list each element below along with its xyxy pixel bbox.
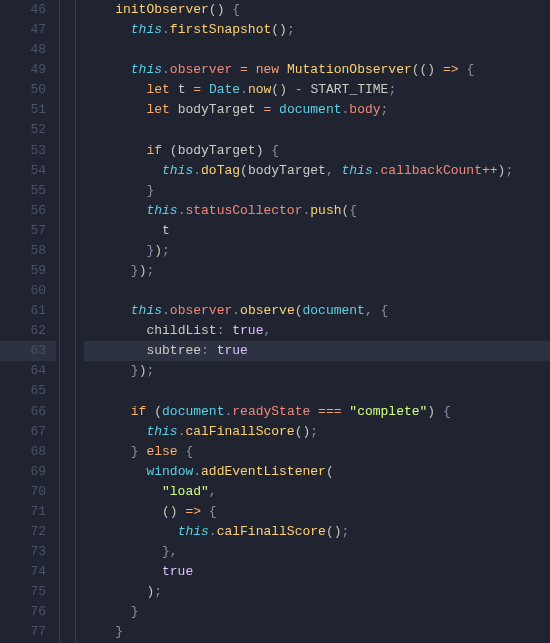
line-number: 66 <box>0 402 56 422</box>
line-number: 53 <box>0 141 56 161</box>
code-line[interactable]: this.calFinallScore(); <box>84 422 550 442</box>
code-line[interactable]: () => { <box>84 502 550 522</box>
line-number: 50 <box>0 80 56 100</box>
line-number: 56 <box>0 201 56 221</box>
code-line[interactable]: this.observer = new MutationObserver(() … <box>84 60 550 80</box>
line-number: 64 <box>0 361 56 381</box>
line-number: 65 <box>0 381 56 401</box>
line-number: 67 <box>0 422 56 442</box>
code-line[interactable]: let t = Date.now() - START_TIME; <box>84 80 550 100</box>
code-line[interactable]: let bodyTarget = document.body; <box>84 100 550 120</box>
code-line[interactable]: window.addEventListener( <box>84 462 550 482</box>
line-number: 57 <box>0 221 56 241</box>
line-number: 61 <box>0 301 56 321</box>
code-line[interactable]: this.calFinallScore(); <box>84 522 550 542</box>
line-number: 70 <box>0 482 56 502</box>
line-number: 49 <box>0 60 56 80</box>
code-line[interactable]: }); <box>84 261 550 281</box>
code-line[interactable]: true <box>84 562 550 582</box>
code-line[interactable]: }); <box>84 241 550 261</box>
code-line[interactable]: this.firstSnapshot(); <box>84 20 550 40</box>
code-line[interactable]: } else { <box>84 442 550 462</box>
line-number: 48 <box>0 40 56 60</box>
code-line[interactable]: this.doTag(bodyTarget, this.callbackCoun… <box>84 161 550 181</box>
code-line[interactable]: } <box>84 602 550 622</box>
line-number: 69 <box>0 462 56 482</box>
code-line[interactable]: t <box>84 221 550 241</box>
line-number: 46 <box>0 0 56 20</box>
code-line[interactable]: this.statusCollector.push({ <box>84 201 550 221</box>
code-line[interactable] <box>84 281 550 301</box>
code-line[interactable]: } <box>84 181 550 201</box>
line-number: 58 <box>0 241 56 261</box>
line-number: 60 <box>0 281 56 301</box>
code-line[interactable]: } <box>84 622 550 642</box>
code-line[interactable]: childList: true, <box>84 321 550 341</box>
code-line[interactable]: subtree: true <box>84 341 550 361</box>
line-number-gutter: 4647484950515253545556575859606162636465… <box>0 0 56 643</box>
code-line[interactable] <box>84 381 550 401</box>
code-editor[interactable]: 4647484950515253545556575859606162636465… <box>0 0 550 643</box>
line-number: 71 <box>0 502 56 522</box>
line-number: 72 <box>0 522 56 542</box>
code-line[interactable]: initObserver() { <box>84 0 550 20</box>
code-line[interactable]: "load", <box>84 482 550 502</box>
code-line[interactable] <box>84 120 550 140</box>
line-number: 63 <box>0 341 56 361</box>
line-number: 76 <box>0 602 56 622</box>
line-number: 68 <box>0 442 56 462</box>
line-number: 47 <box>0 20 56 40</box>
code-line[interactable]: }); <box>84 361 550 381</box>
code-line[interactable]: this.observer.observe(document, { <box>84 301 550 321</box>
line-number: 74 <box>0 562 56 582</box>
line-number: 52 <box>0 120 56 140</box>
line-number: 51 <box>0 100 56 120</box>
line-number: 59 <box>0 261 56 281</box>
line-number: 73 <box>0 542 56 562</box>
line-number: 77 <box>0 622 56 642</box>
code-line[interactable]: ); <box>84 582 550 602</box>
code-line[interactable] <box>84 40 550 60</box>
code-line[interactable]: if (bodyTarget) { <box>84 141 550 161</box>
code-content[interactable]: initObserver() { this.firstSnapshot(); t… <box>76 0 550 643</box>
line-number: 62 <box>0 321 56 341</box>
fold-region <box>56 0 76 643</box>
line-number: 75 <box>0 582 56 602</box>
code-line[interactable]: if (document.readyState === "complete") … <box>84 402 550 422</box>
code-line[interactable]: }, <box>84 542 550 562</box>
line-number: 54 <box>0 161 56 181</box>
line-number: 55 <box>0 181 56 201</box>
